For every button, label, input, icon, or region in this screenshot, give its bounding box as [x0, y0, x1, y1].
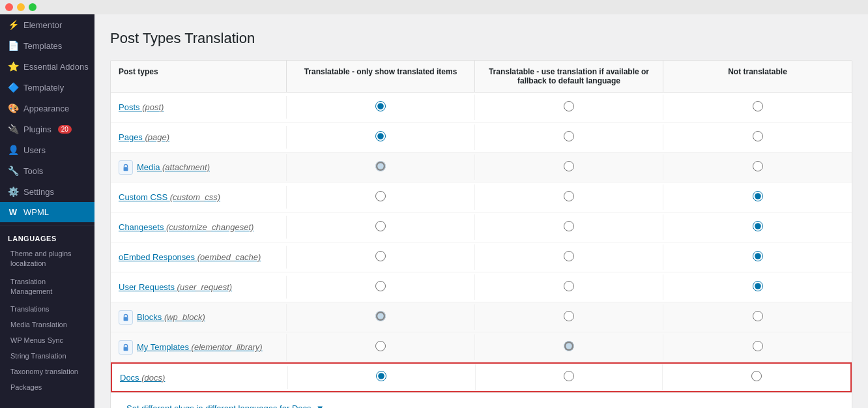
- radio-not-translatable-my-templates[interactable]: [753, 341, 763, 351]
- tools-icon: 🔧: [8, 166, 18, 176]
- post-types-table: Post types Translatable - only show tran…: [110, 60, 852, 408]
- link-user-requests[interactable]: User Requests (user_request): [119, 282, 232, 292]
- sidebar-subitem-string-translation[interactable]: String Translation: [0, 348, 94, 364]
- svg-rect-1: [124, 317, 128, 321]
- td-name-custom-css: Custom CSS (custom_css): [111, 186, 287, 209]
- link-blocks[interactable]: Blocks (wp_block): [137, 312, 205, 322]
- link-custom-css[interactable]: Custom CSS (custom_css): [119, 192, 220, 202]
- radio-translatable-fallback-my-templates[interactable]: [564, 341, 574, 351]
- td-col1-changesets: [287, 214, 475, 240]
- td-col1-pages: [287, 124, 475, 150]
- main-content: Post Types Translation Post types Transl…: [94, 0, 868, 408]
- td-col2-my-templates: [475, 334, 663, 360]
- minimize-dot[interactable]: [17, 3, 25, 11]
- essential-addons-icon: ⭐: [8, 61, 18, 72]
- radio-translatable-fallback-oembed[interactable]: [564, 251, 574, 261]
- radio-translatable-fallback-posts[interactable]: [564, 101, 574, 111]
- radio-translatable-show-custom-css[interactable]: [375, 191, 386, 201]
- radio-not-translatable-docs[interactable]: [751, 371, 762, 381]
- radio-not-translatable-blocks[interactable]: [753, 311, 763, 321]
- lock-icon-my-templates: [119, 340, 133, 355]
- td-name-posts: Posts (post): [111, 96, 287, 119]
- set-slugs-row: Set different slugs in different languag…: [111, 392, 852, 408]
- td-col2-posts: [475, 95, 663, 120]
- close-dot[interactable]: [5, 3, 13, 11]
- td-col2-docs: [476, 364, 663, 390]
- link-oembed[interactable]: oEmbed Responses (oembed_cache): [119, 252, 261, 262]
- templately-icon: 🔷: [8, 82, 18, 93]
- td-col2-oembed: [475, 244, 663, 270]
- td-col3-my-templates: [663, 334, 852, 360]
- td-name-my-templates: My Templates (elementor_library): [111, 334, 287, 361]
- set-slugs-link[interactable]: Set different slugs in different languag…: [119, 397, 844, 408]
- radio-translatable-show-user-requests[interactable]: [375, 281, 386, 291]
- sidebar-subitem-packages[interactable]: Packages: [0, 379, 94, 395]
- td-col3-blocks: [663, 304, 852, 330]
- td-name-oembed: oEmbed Responses (oembed_cache): [111, 246, 287, 269]
- td-col2-pages: [475, 124, 663, 150]
- svg-rect-2: [124, 347, 128, 351]
- td-col2-blocks: [475, 304, 663, 330]
- radio-not-translatable-pages[interactable]: [753, 131, 763, 141]
- sidebar-item-templately[interactable]: 🔷 Templately: [0, 77, 94, 98]
- td-col3-user-requests: [663, 274, 852, 300]
- link-posts[interactable]: Posts (post): [119, 102, 164, 112]
- maximize-dot[interactable]: [29, 3, 36, 11]
- sidebar-subitem-wp-menus-sync[interactable]: WP Menus Sync: [0, 332, 94, 348]
- sidebar-subitem-translation-management[interactable]: Translation Management: [0, 273, 94, 301]
- radio-translatable-fallback-media[interactable]: [564, 161, 574, 171]
- radio-not-translatable-user-requests[interactable]: [753, 281, 763, 291]
- table-row-pages: Pages (page): [111, 123, 852, 153]
- col-header-post-types: Post types: [111, 61, 287, 92]
- link-media[interactable]: Media (attachment): [137, 162, 210, 172]
- sidebar-item-appearance[interactable]: 🎨 Appearance: [0, 98, 94, 119]
- radio-not-translatable-custom-css[interactable]: [753, 191, 763, 201]
- radio-not-translatable-media[interactable]: [753, 161, 763, 171]
- sidebar-item-tools[interactable]: 🔧 Tools: [0, 160, 94, 181]
- radio-translatable-fallback-custom-css[interactable]: [564, 191, 574, 201]
- sidebar-item-templates[interactable]: 📄 Templates: [0, 35, 94, 56]
- radio-translatable-show-media[interactable]: [375, 161, 386, 171]
- td-col1-my-templates: [287, 334, 475, 360]
- radio-not-translatable-changesets[interactable]: [753, 221, 763, 231]
- radio-translatable-fallback-blocks[interactable]: [564, 311, 574, 321]
- sidebar: ⚡ Elementor 📄 Templates ⭐ Essential Addo…: [0, 0, 94, 408]
- link-my-templates[interactable]: My Templates (elementor_library): [137, 342, 263, 352]
- sidebar-subitem-media-translation[interactable]: Media Translation: [0, 317, 94, 332]
- radio-translatable-show-pages[interactable]: [375, 131, 386, 141]
- radio-translatable-show-oembed[interactable]: [375, 251, 386, 261]
- col-header-translatable-show: Translatable - only show translated item…: [287, 61, 475, 92]
- radio-translatable-fallback-user-requests[interactable]: [564, 281, 574, 291]
- sidebar-item-elementor[interactable]: ⚡ Elementor: [0, 14, 94, 35]
- sidebar-item-plugins[interactable]: 🔌 Plugins 20: [0, 119, 94, 139]
- radio-translatable-show-my-templates[interactable]: [375, 341, 386, 351]
- sidebar-item-settings[interactable]: ⚙️ Settings: [0, 181, 94, 202]
- sidebar-subitem-translations[interactable]: Translations: [0, 301, 94, 317]
- table-row-docs-wrapper: Docs (docs): [111, 362, 852, 392]
- svg-rect-0: [124, 167, 128, 171]
- sidebar-subitem-taxonomy-translation[interactable]: Taxonomy translation: [0, 364, 94, 379]
- sidebar-item-essential-addons[interactable]: ⭐ Essential Addons: [0, 56, 94, 77]
- radio-translatable-show-docs[interactable]: [376, 371, 386, 381]
- radio-translatable-show-posts[interactable]: [375, 101, 386, 111]
- radio-translatable-show-blocks[interactable]: [375, 311, 386, 321]
- radio-translatable-show-changesets[interactable]: [375, 221, 386, 231]
- table-row-my-templates: My Templates (elementor_library): [111, 332, 852, 362]
- link-changesets[interactable]: Changesets (customize_changeset): [119, 222, 253, 232]
- sidebar-subitem-theme-plugins[interactable]: Theme and plugins localization: [0, 245, 94, 273]
- link-docs[interactable]: Docs (docs): [120, 373, 165, 383]
- radio-not-translatable-posts[interactable]: [753, 101, 763, 111]
- sidebar-divider: [0, 225, 94, 226]
- td-col2-changesets: [475, 214, 663, 240]
- table-row-media: Media (attachment): [111, 153, 852, 182]
- sidebar-item-users[interactable]: 👤 Users: [0, 139, 94, 160]
- radio-translatable-fallback-docs[interactable]: [564, 371, 574, 381]
- lock-icon-media: [119, 160, 133, 175]
- radio-translatable-fallback-changesets[interactable]: [564, 221, 574, 231]
- td-col3-media: [663, 154, 852, 180]
- users-icon: 👤: [8, 145, 18, 155]
- radio-translatable-fallback-pages[interactable]: [564, 131, 574, 141]
- sidebar-item-wpml[interactable]: W WPML: [0, 202, 94, 222]
- link-pages[interactable]: Pages (page): [119, 132, 169, 142]
- radio-not-translatable-oembed[interactable]: [753, 251, 763, 261]
